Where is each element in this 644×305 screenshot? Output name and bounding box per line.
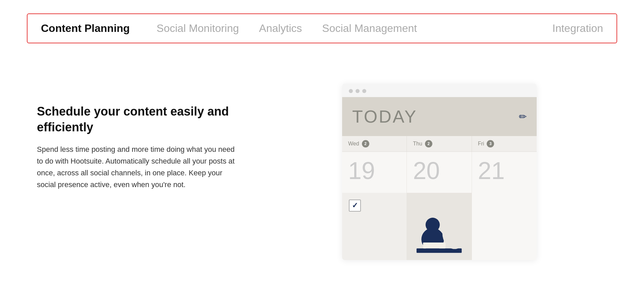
calendar-illustration-row: ✓ xyxy=(342,193,537,260)
main-content: Schedule your content easily and efficie… xyxy=(27,63,617,260)
check-mark-icon: ✓ xyxy=(352,201,358,210)
cal-day-fri-count: 3 xyxy=(487,140,494,147)
nav-item-content-planning[interactable]: Content Planning xyxy=(41,22,157,35)
window-chrome xyxy=(342,84,537,97)
cal-day-thu: Thu 2 xyxy=(407,136,472,151)
cal-empty-cell xyxy=(472,193,537,260)
calendar-widget: TODAY ✏ Wed 2 Thu 2 Fri 3 xyxy=(342,84,537,260)
cal-day-thu-count: 2 xyxy=(425,140,432,147)
svg-rect-2 xyxy=(417,248,462,253)
cal-character-cell xyxy=(407,193,472,260)
cal-date-19: 19 xyxy=(342,152,407,193)
calendar-section: TODAY ✏ Wed 2 Thu 2 Fri 3 xyxy=(235,77,617,260)
cal-day-fri-label: Fri xyxy=(478,141,484,147)
nav-item-integration[interactable]: Integration xyxy=(552,22,603,35)
cal-date-21: 21 xyxy=(472,152,537,193)
svg-point-1 xyxy=(426,218,440,232)
cal-day-thu-label: Thu xyxy=(413,141,422,147)
character-illustration xyxy=(407,193,471,260)
cal-date-20-number: 20 xyxy=(413,157,440,184)
calendar-dates-row: 19 20 21 xyxy=(342,152,537,193)
cal-day-wed-count: 2 xyxy=(362,140,369,147)
cal-day-wed-label: Wed xyxy=(348,141,359,147)
today-header: TODAY ✏ xyxy=(342,97,537,136)
hero-headline: Schedule your content easily and efficie… xyxy=(37,104,235,135)
calendar-day-headers: Wed 2 Thu 2 Fri 3 xyxy=(342,136,537,152)
window-dot-3 xyxy=(362,89,366,93)
cal-day-wed: Wed 2 xyxy=(342,136,407,151)
nav-item-social-monitoring[interactable]: Social Monitoring xyxy=(157,22,259,35)
cal-date-19-number: 19 xyxy=(348,157,375,184)
cal-date-20: 20 xyxy=(407,152,472,193)
svg-point-4 xyxy=(444,215,453,228)
nav-item-social-management[interactable]: Social Management xyxy=(322,22,437,35)
svg-marker-6 xyxy=(446,210,451,217)
nav-item-analytics[interactable]: Analytics xyxy=(259,22,322,35)
today-label: TODAY xyxy=(352,106,417,127)
hero-description: Spend less time posting and more time do… xyxy=(37,143,235,191)
svg-marker-7 xyxy=(457,209,461,216)
svg-rect-8 xyxy=(423,243,445,248)
page-wrapper: Content Planning Social Monitoring Analy… xyxy=(0,0,644,305)
check-box: ✓ xyxy=(349,200,361,212)
svg-point-5 xyxy=(456,215,464,226)
window-dot-1 xyxy=(349,89,353,93)
edit-icon[interactable]: ✏ xyxy=(519,111,527,122)
cal-day-fri: Fri 3 xyxy=(472,136,537,151)
nav-bar: Content Planning Social Monitoring Analy… xyxy=(27,13,617,43)
cal-check-cell: ✓ xyxy=(342,193,407,260)
window-dot-2 xyxy=(356,89,360,93)
cal-date-21-number: 21 xyxy=(478,157,505,184)
text-section: Schedule your content easily and efficie… xyxy=(27,77,235,190)
